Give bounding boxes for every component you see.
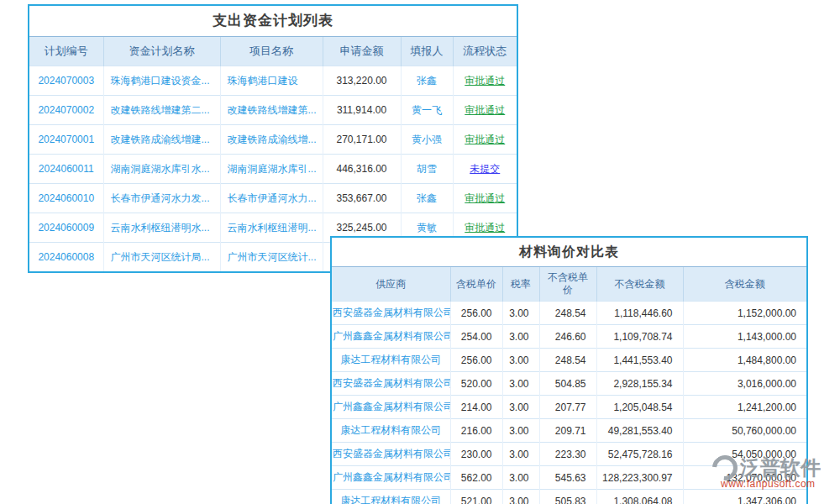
plan-id-link[interactable]: 2024070003 [29, 66, 103, 96]
column-header-tax-unit-price: 含税单价 [450, 267, 502, 302]
tax-amount: 50,760,000.00 [683, 419, 806, 443]
project-name-link[interactable]: 湖南洞庭湖水库引... [220, 155, 323, 184]
tax-rate: 3.00 [502, 419, 539, 443]
tax-unit-price: 256.00 [450, 302, 502, 325]
fund-plan-name-link[interactable]: 改建铁路成渝线增建... [103, 125, 220, 155]
tax-unit-price: 230.00 [450, 443, 502, 466]
tax-rate: 3.00 [502, 302, 539, 325]
tax-amount: 1,143,000.00 [683, 325, 806, 349]
apply-amount: 270,171.00 [323, 125, 401, 155]
table-row: 2024060011 湖南洞庭湖水库引水... 湖南洞庭湖水库引... 446,… [29, 155, 517, 184]
notax-unit-price: 246.60 [539, 325, 596, 349]
reporter-link[interactable]: 张鑫 [401, 184, 453, 213]
column-header-tax-amount: 含税金额 [683, 267, 806, 302]
notax-unit-price: 505.83 [539, 490, 596, 504]
project-name-link[interactable]: 广州市天河区统计... [220, 243, 323, 272]
reporter-link[interactable]: 黄一飞 [401, 96, 453, 125]
plan-id-link[interactable]: 2024070001 [29, 125, 103, 155]
supplier-link[interactable]: 西安盛器金属材料有限公司 [332, 302, 450, 325]
plan-header-row: 计划编号 资金计划名称 项目名称 申请金额 填报人 流程状态 [29, 37, 517, 66]
reporter-link[interactable]: 张鑫 [401, 66, 453, 96]
tax-rate: 3.00 [502, 466, 539, 490]
notax-unit-price: 504.85 [539, 372, 596, 396]
tax-amount: 1,484,800.00 [683, 349, 806, 372]
tax-rate: 3.00 [502, 443, 539, 466]
supplier-link[interactable]: 西安盛器金属材料有限公司 [332, 443, 450, 466]
fund-plan-name-link[interactable]: 湖南洞庭湖水库引水... [103, 155, 220, 184]
tax-unit-price: 521.00 [450, 490, 502, 504]
tax-rate: 3.00 [502, 325, 539, 349]
reporter-link[interactable]: 胡雪 [401, 155, 453, 184]
column-header-notax-unit-price: 不含税单价 [539, 267, 596, 302]
column-header-supplier: 供应商 [332, 267, 450, 302]
inquiry-table-title: 材料询价对比表 [332, 238, 806, 266]
table-row: 康达工程材料有限公司 256.00 3.00 248.54 1,441,553.… [332, 349, 806, 372]
tax-unit-price: 214.00 [450, 396, 502, 419]
process-status-link[interactable]: 审批通过 [453, 96, 517, 125]
column-header-reporter: 填报人 [401, 37, 453, 66]
project-name-link[interactable]: 改建铁路成渝线增... [220, 125, 323, 155]
supplier-link[interactable]: 西安盛器金属材料有限公司 [332, 372, 450, 396]
table-row: 西安盛器金属材料有限公司 520.00 3.00 504.85 2,928,15… [332, 372, 806, 396]
tax-rate: 3.00 [502, 349, 539, 372]
fund-plan-name-link[interactable]: 云南水利枢纽潜明水... [103, 213, 220, 243]
column-header-tax-rate: 税率 [502, 267, 539, 302]
apply-amount: 311,914.00 [323, 96, 401, 125]
fund-plan-name-link[interactable]: 长春市伊通河水力发... [103, 184, 220, 213]
process-status-link[interactable]: 未提交 [453, 155, 517, 184]
notax-amount: 2,928,155.34 [596, 372, 683, 396]
fanpu-watermark: 泛普软件 www.fanpusoft.com [712, 454, 838, 490]
notax-unit-price: 545.63 [539, 466, 596, 490]
tax-amount: 1,347,306.00 [683, 490, 806, 504]
plan-id-link[interactable]: 2024060011 [29, 155, 103, 184]
project-name-link[interactable]: 云南水利枢纽潜明... [220, 213, 323, 243]
expenditure-fund-plan-panel: 支出资金计划列表 计划编号 资金计划名称 项目名称 申请金额 填报人 流程状态 … [28, 4, 518, 273]
notax-unit-price: 248.54 [539, 302, 596, 325]
table-row: 广州鑫鑫金属材料有限公司 214.00 3.00 207.77 1,205,04… [332, 396, 806, 419]
plan-id-link[interactable]: 2024060008 [29, 243, 103, 272]
process-status-link[interactable]: 审批通过 [453, 184, 517, 213]
table-row: 康达工程材料有限公司 216.00 3.00 209.71 49,281,553… [332, 419, 806, 443]
supplier-link[interactable]: 康达工程材料有限公司 [332, 349, 450, 372]
supplier-link[interactable]: 广州鑫鑫金属材料有限公司 [332, 396, 450, 419]
inquiry-header-row: 供应商 含税单价 税率 不含税单价 不含税金额 含税金额 [332, 267, 806, 302]
tax-unit-price: 216.00 [450, 419, 502, 443]
tax-amount: 3,016,000.00 [683, 372, 806, 396]
process-status-link[interactable]: 审批通过 [453, 125, 517, 155]
notax-amount: 1,308,064.08 [596, 490, 683, 504]
notax-amount: 128,223,300.97 [596, 466, 683, 490]
column-header-notax-amount: 不含税金额 [596, 267, 683, 302]
tax-rate: 3.00 [502, 372, 539, 396]
plan-id-link[interactable]: 2024070002 [29, 96, 103, 125]
plan-id-link[interactable]: 2024060010 [29, 184, 103, 213]
tax-amount: 1,241,200.00 [683, 396, 806, 419]
column-header-project-name: 项目名称 [220, 37, 323, 66]
fund-plan-name-link[interactable]: 改建铁路线增建第二... [103, 96, 220, 125]
supplier-link[interactable]: 广州鑫鑫金属材料有限公司 [332, 325, 450, 349]
supplier-link[interactable]: 广州鑫鑫金属材料有限公司 [332, 466, 450, 490]
table-row: 2024070001 改建铁路成渝线增建... 改建铁路成渝线增... 270,… [29, 125, 517, 155]
plan-id-link[interactable]: 2024060009 [29, 213, 103, 243]
project-name-link[interactable]: 改建铁路线增建第... [220, 96, 323, 125]
project-name-link[interactable]: 珠海鹤港口建设 [220, 66, 323, 96]
supplier-link[interactable]: 康达工程材料有限公司 [332, 490, 450, 504]
project-name-link[interactable]: 长春市伊通河水力... [220, 184, 323, 213]
tax-rate: 3.00 [502, 490, 539, 504]
apply-amount: 353,667.00 [323, 184, 401, 213]
fund-plan-name-link[interactable]: 广州市天河区统计局... [103, 243, 220, 272]
notax-amount: 1,205,048.54 [596, 396, 683, 419]
process-status-link[interactable]: 审批通过 [453, 66, 517, 96]
table-row: 西安盛器金属材料有限公司 256.00 3.00 248.54 1,118,44… [332, 302, 806, 325]
column-header-plan-id: 计划编号 [29, 37, 103, 66]
column-header-process-status: 流程状态 [453, 37, 517, 66]
apply-amount: 313,220.00 [323, 66, 401, 96]
plan-table-title: 支出资金计划列表 [29, 6, 517, 36]
column-header-apply-amount: 申请金额 [323, 37, 401, 66]
apply-amount: 446,316.00 [323, 155, 401, 184]
supplier-link[interactable]: 康达工程材料有限公司 [332, 419, 450, 443]
fund-plan-name-link[interactable]: 珠海鹤港口建设资金... [103, 66, 220, 96]
table-row: 广州鑫鑫金属材料有限公司 254.00 3.00 246.60 1,109,70… [332, 325, 806, 349]
tax-unit-price: 520.00 [450, 372, 502, 396]
reporter-link[interactable]: 黄小强 [401, 125, 453, 155]
notax-amount: 1,441,553.40 [596, 349, 683, 372]
